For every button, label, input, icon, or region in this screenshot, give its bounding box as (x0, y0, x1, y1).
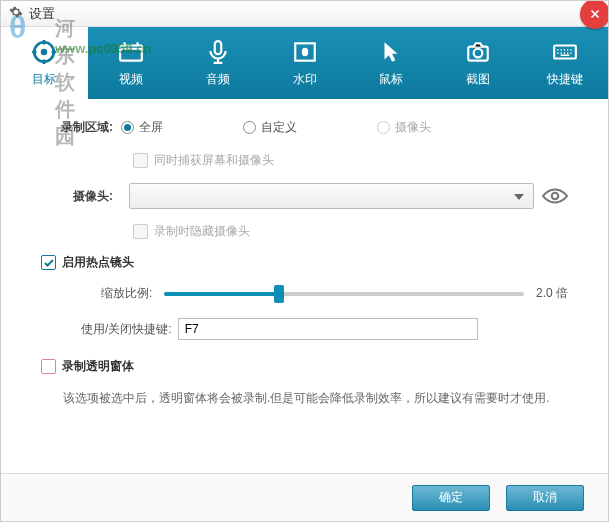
gear-icon (9, 5, 23, 23)
preview-eye-icon[interactable] (542, 187, 568, 205)
tab-label: 目标 (32, 71, 56, 88)
close-icon (588, 7, 602, 21)
hotkey-label: 使用/关闭快捷键: (81, 321, 172, 338)
tab-watermark[interactable]: 水印 (261, 27, 348, 99)
transparent-desc: 该选项被选中后，透明窗体将会被录制.但是可能会降低录制效率，所以建议有需要时才使… (63, 389, 568, 407)
svg-point-8 (552, 193, 559, 200)
checkbox-icon (41, 359, 56, 374)
camera-icon (464, 38, 492, 66)
tabs: 目标 视频 音频 水印 鼠标 截图 快捷键 (1, 27, 608, 99)
watermark-icon (291, 38, 319, 66)
camera-select[interactable] (129, 183, 534, 209)
radio-fullscreen[interactable]: 全屏 (121, 119, 163, 136)
checkbox-icon (41, 255, 56, 270)
checkbox-hide-camera: 录制时隐藏摄像头 (133, 223, 568, 240)
tab-label: 音频 (206, 71, 230, 88)
checkbox-icon (133, 224, 148, 239)
checkbox-capture-both: 同时捕获屏幕和摄像头 (133, 152, 568, 169)
svg-point-1 (41, 49, 48, 56)
footer: 确定 取消 (1, 473, 608, 521)
tab-hotkey[interactable]: 快捷键 (521, 27, 608, 99)
tab-label: 截图 (466, 71, 490, 88)
radio-icon (377, 121, 390, 134)
zoom-value: 2.0 倍 (536, 285, 568, 302)
tab-label: 快捷键 (547, 71, 583, 88)
tab-target[interactable]: 目标 (1, 27, 88, 99)
svg-rect-7 (554, 46, 576, 59)
tab-label: 水印 (293, 71, 317, 88)
checkbox-hotspot[interactable]: 启用热点镜头 (41, 254, 568, 271)
tab-label: 鼠标 (379, 71, 403, 88)
target-icon (30, 38, 58, 66)
cursor-icon (377, 38, 405, 66)
svg-point-6 (474, 49, 483, 58)
tab-mouse[interactable]: 鼠标 (348, 27, 435, 99)
tab-video[interactable]: 视频 (88, 27, 175, 99)
tab-label: 视频 (119, 71, 143, 88)
window-title: 设置 (29, 5, 55, 23)
radio-camera: 摄像头 (377, 119, 431, 136)
checkbox-transparent[interactable]: 录制透明窗体 (41, 358, 568, 375)
microphone-icon (204, 38, 232, 66)
slider-thumb[interactable] (274, 285, 284, 303)
svg-rect-3 (215, 41, 222, 54)
tab-audio[interactable]: 音频 (174, 27, 261, 99)
hotkey-input[interactable] (178, 318, 478, 340)
content-panel: 录制区域: 全屏 自定义 摄像头 同时捕获屏幕和摄像头 摄像头: (1, 99, 608, 417)
area-label: 录制区域: (41, 119, 121, 136)
radio-icon (121, 121, 134, 134)
radio-icon (243, 121, 256, 134)
radio-custom[interactable]: 自定义 (243, 119, 297, 136)
titlebar: 设置 (1, 1, 608, 27)
camera-label: 摄像头: (41, 188, 121, 205)
cancel-button[interactable]: 取消 (506, 485, 584, 511)
checkbox-icon (133, 153, 148, 168)
tab-screenshot[interactable]: 截图 (435, 27, 522, 99)
video-icon (117, 38, 145, 66)
zoom-slider[interactable] (164, 292, 524, 296)
ok-button[interactable]: 确定 (412, 485, 490, 511)
zoom-label: 缩放比例: (101, 285, 152, 302)
close-button[interactable] (580, 0, 609, 29)
keyboard-icon (551, 38, 579, 66)
